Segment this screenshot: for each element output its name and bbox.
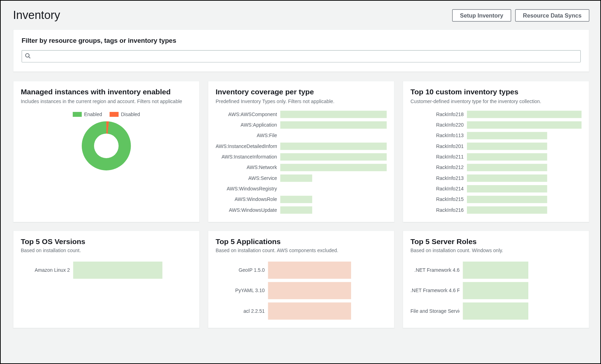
legend-enabled-label: Enabled: [84, 112, 102, 117]
bar-row: AWS:Service: [216, 174, 387, 182]
bar-track: [268, 303, 387, 320]
bar-row: AWS:AWSComponent: [216, 110, 387, 118]
server-roles-card: Top 5 Server Roles Based on installation…: [403, 230, 589, 328]
bar-track: [467, 121, 581, 128]
card-sub: Customer-defined inventory type for the …: [410, 98, 581, 104]
bar-fill: [268, 282, 351, 299]
bar-label: AWS:AWSComponent: [216, 112, 277, 117]
card-sub: Based on installation count. AWS compone…: [216, 248, 387, 253]
bar-track: [467, 174, 581, 182]
bar-fill: [467, 142, 547, 150]
bar-track: [280, 142, 387, 150]
search-wrap: [21, 50, 581, 62]
bar-track: [467, 110, 581, 118]
bar-row: Amazon Linux 2: [21, 262, 192, 279]
bar-track: [463, 282, 581, 299]
bar-row: RackInfo216: [410, 206, 581, 214]
bar-row: PyYAML 3.10: [216, 282, 387, 299]
header-buttons: Setup Inventory Resource Data Syncs: [452, 9, 589, 21]
bar-fill: [280, 164, 387, 171]
bar-track: [467, 164, 581, 171]
bar-track: [280, 164, 387, 171]
bar-track: [280, 196, 387, 203]
bar-fill: [467, 196, 547, 203]
bar-label: AWS:File: [216, 133, 277, 138]
page-header: Inventory Setup Inventory Resource Data …: [13, 9, 589, 22]
apps-chart: GeoIP 1.5.0PyYAML 3.10acl 2.2.51: [216, 262, 387, 320]
bar-row: File and Storage Services: [410, 303, 581, 320]
bar-label: GeoIP 1.5.0: [216, 267, 265, 273]
bar-track: [467, 196, 581, 203]
card-sub: Based on installation count. Windows onl…: [410, 248, 581, 253]
card-sub: Includes instances in the current region…: [21, 98, 192, 104]
bar-track: [280, 174, 387, 182]
bar-track: [463, 303, 581, 320]
svg-line-1: [29, 57, 30, 58]
bar-fill: [467, 206, 547, 214]
card-sub: Based on installation count.: [21, 248, 192, 253]
card-title: Inventory coverage per type: [216, 88, 387, 96]
bar-fill: [280, 121, 387, 128]
bar-row: AWS:WindowsUpdate: [216, 206, 387, 214]
bar-fill: [467, 121, 581, 128]
bar-track: [467, 185, 581, 192]
custom-inventory-card: Top 10 custom inventory types Customer-d…: [403, 81, 589, 222]
bar-label: File and Storage Services: [410, 308, 460, 314]
filter-panel: Filter by resource groups, tags or inven…: [13, 29, 589, 72]
bar-label: RackInfo211: [410, 154, 464, 160]
bar-row: RackInfo113: [410, 132, 581, 139]
bar-fill: [280, 196, 312, 203]
bar-track: [268, 262, 387, 279]
resource-data-syncs-button[interactable]: Resource Data Syncs: [515, 9, 589, 21]
bar-track: [467, 206, 581, 214]
donut-chart-wrap: [21, 121, 192, 170]
bar-label: AWS:WindowsUpdate: [216, 207, 277, 213]
bar-row: AWS:Application: [216, 121, 387, 128]
bar-row: RackInfo212: [410, 164, 581, 171]
bar-fill: [463, 282, 528, 299]
bar-label: acl 2.2.51: [216, 308, 265, 314]
card-title: Top 10 custom inventory types: [410, 88, 581, 96]
swatch-disabled-icon: [110, 112, 119, 117]
card-title: Top 5 Server Roles: [410, 237, 581, 246]
bar-row: AWS:WindowsRole: [216, 196, 387, 203]
setup-inventory-button[interactable]: Setup Inventory: [452, 9, 511, 21]
page-title: Inventory: [13, 9, 60, 22]
search-icon: [25, 53, 31, 60]
bar-label: AWS:WindowsRegistry: [216, 186, 277, 191]
bar-fill: [463, 262, 528, 279]
swatch-enabled-icon: [73, 112, 82, 117]
bar-row: RackInfo220: [410, 121, 581, 128]
bar-row: AWS:InstanceDetailedInformation: [216, 142, 387, 150]
card-sub: Predefined Inventory Types only. Filters…: [216, 98, 387, 104]
filter-title: Filter by resource groups, tags or inven…: [21, 37, 581, 45]
donut-chart: [82, 121, 131, 170]
bar-track: [467, 142, 581, 150]
bar-row: .NET Framework 4.6: [410, 262, 581, 279]
bar-fill: [463, 303, 528, 320]
bar-label: AWS:Service: [216, 175, 277, 181]
bar-label: RackInfo218: [410, 112, 464, 117]
bar-fill: [268, 262, 351, 279]
bar-fill: [280, 174, 312, 182]
os-chart: Amazon Linux 2: [21, 262, 192, 279]
bar-track: [280, 206, 387, 214]
bar-label: AWS:Network: [216, 164, 277, 170]
bar-track: [467, 153, 581, 160]
legend-disabled: Disabled: [110, 112, 140, 117]
bar-label: RackInfo214: [410, 186, 464, 191]
bar-row: RackInfo201: [410, 142, 581, 150]
bar-fill: [467, 132, 547, 139]
search-input[interactable]: [21, 50, 581, 62]
bar-fill: [467, 153, 547, 160]
bar-label: AWS:InstanceDetailedInformation: [216, 143, 277, 149]
bar-label: AWS:InstanceInformation: [216, 154, 277, 160]
bar-row: AWS:Network: [216, 164, 387, 171]
bar-label: RackInfo216: [410, 207, 464, 213]
bar-fill: [280, 153, 387, 160]
bar-row: AWS:File: [216, 132, 387, 139]
bar-row: acl 2.2.51: [216, 303, 387, 320]
donut-legend: Enabled Disabled: [21, 112, 192, 117]
managed-instances-card: Managed instances with inventory enabled…: [13, 81, 200, 222]
bar-row: RackInfo213: [410, 174, 581, 182]
